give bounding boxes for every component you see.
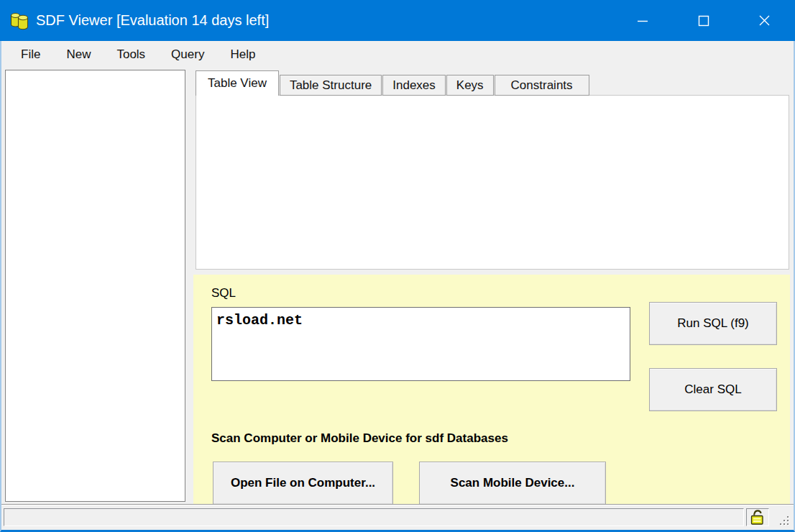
- status-bar: [1, 504, 794, 530]
- tab-indexes[interactable]: Indexes: [382, 75, 446, 96]
- scan-mobile-device-button[interactable]: Scan Mobile Device...: [419, 462, 606, 504]
- lock-status-panel: [746, 508, 769, 526]
- tab-strip: Table View Table Structure Indexes Keys …: [196, 70, 590, 96]
- status-message-panel: [4, 508, 744, 526]
- table-view-content: [196, 95, 789, 270]
- menu-item-new[interactable]: New: [53, 41, 104, 68]
- sql-panel: SQL rsload.net Run SQL (f9) Clear SQL Sc…: [193, 275, 790, 504]
- resize-grip[interactable]: [779, 515, 790, 526]
- maximize-icon: [698, 15, 709, 27]
- app-icon: [9, 11, 29, 31]
- unlock-padlock-icon: [749, 508, 766, 526]
- window-body: File New Tools Query Help Table View Tab…: [0, 41, 795, 532]
- titlebar: SDF Viewer [Evaluation 14 days left]: [0, 0, 795, 41]
- maximize-button[interactable]: [673, 0, 734, 41]
- run-sql-button[interactable]: Run SQL (f9): [649, 302, 777, 345]
- tab-table-structure[interactable]: Table Structure: [280, 75, 382, 96]
- menu-item-query[interactable]: Query: [158, 41, 217, 68]
- sql-label: SQL: [211, 286, 236, 301]
- database-cylinders-icon: [9, 11, 29, 31]
- tab-constraints[interactable]: Constraints: [495, 75, 589, 96]
- menu-item-help[interactable]: Help: [217, 41, 268, 68]
- minimize-button[interactable]: [612, 0, 673, 41]
- clear-sql-button[interactable]: Clear SQL: [649, 368, 777, 411]
- close-icon: [758, 14, 771, 27]
- tab-table-view[interactable]: Table View: [196, 70, 279, 96]
- tab-keys[interactable]: Keys: [446, 75, 494, 96]
- scan-section-label: Scan Computer or Mobile Device for sdf D…: [211, 431, 508, 446]
- window-title: SDF Viewer [Evaluation 14 days left]: [36, 12, 612, 29]
- minimize-icon: [637, 15, 648, 27]
- menu-item-tools[interactable]: Tools: [104, 41, 158, 68]
- sql-input[interactable]: rsload.net: [211, 307, 630, 381]
- menu-bar: File New Tools Query Help: [1, 41, 794, 68]
- app-window: SDF Viewer [Evaluation 14 days left]: [0, 0, 795, 532]
- menu-item-file[interactable]: File: [8, 41, 53, 68]
- caption-buttons: [612, 0, 795, 41]
- database-tree-panel[interactable]: [5, 70, 185, 502]
- close-button[interactable]: [734, 0, 795, 41]
- open-file-button[interactable]: Open File on Computer...: [213, 462, 393, 504]
